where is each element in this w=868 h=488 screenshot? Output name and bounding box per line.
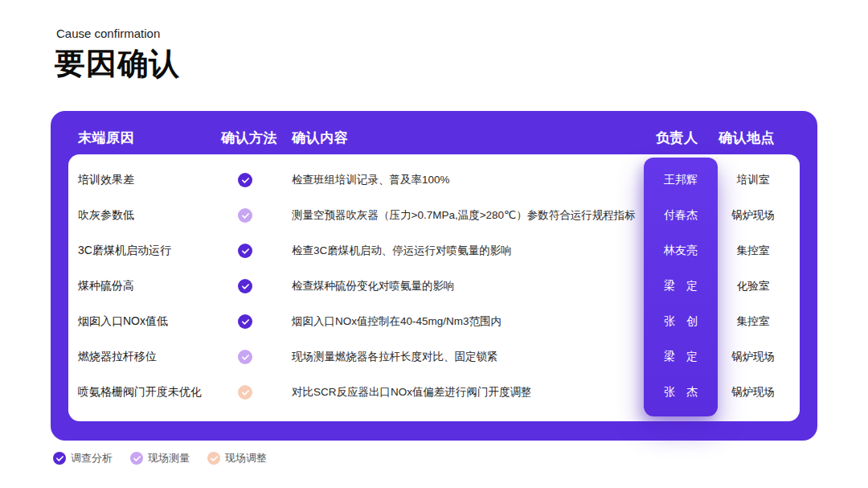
legend-check-icon xyxy=(130,452,143,465)
method-cell xyxy=(217,208,273,223)
method-check-icon xyxy=(238,208,252,223)
legend-label: 调查分析 xyxy=(71,451,113,465)
page-subtitle: Cause confirmation xyxy=(56,27,160,40)
owner-cell: 付春杰 xyxy=(644,198,718,233)
owner-cell: 王邦辉 xyxy=(644,162,718,198)
cause-cell: 煤种硫份高 xyxy=(78,279,217,293)
legend-check-icon xyxy=(207,452,220,465)
slide: Cause confirmation 要因确认 末端原因 确认方法 确认内容 负… xyxy=(0,0,868,488)
owner-cell: 林友亮 xyxy=(644,233,718,269)
header-cause: 末端原因 xyxy=(78,129,134,147)
location-cell: 锅炉现场 xyxy=(714,208,792,223)
method-legend: 调查分析现场测量现场调整 xyxy=(53,451,267,465)
header-location: 确认地点 xyxy=(719,129,775,147)
location-cell: 集控室 xyxy=(714,244,792,258)
location-cell: 锅炉现场 xyxy=(714,385,792,400)
legend-item: 现场测量 xyxy=(130,451,190,465)
method-cell xyxy=(217,173,273,187)
method-cell xyxy=(217,244,273,258)
location-cell: 锅炉现场 xyxy=(714,350,792,364)
location-cell: 培训室 xyxy=(714,173,792,187)
page-title: 要因确认 xyxy=(55,43,180,84)
header-content: 确认内容 xyxy=(292,129,348,147)
method-check-icon xyxy=(238,173,252,187)
legend-item: 现场调整 xyxy=(207,451,267,465)
method-check-icon xyxy=(238,350,252,364)
method-check-icon xyxy=(238,244,252,258)
cause-cell: 吹灰参数低 xyxy=(78,208,217,223)
location-cell: 集控室 xyxy=(714,314,792,329)
owner-cell: 梁 定 xyxy=(644,269,718,304)
method-check-icon xyxy=(238,314,252,329)
legend-label: 现场调整 xyxy=(225,451,267,465)
confirmation-table-panel: 末端原因 确认方法 确认内容 负责人 确认地点 培训效果差检查班组培训记录、普及… xyxy=(51,111,817,441)
method-check-icon xyxy=(238,279,252,293)
legend-check-icon xyxy=(53,452,66,465)
legend-item: 调查分析 xyxy=(53,451,113,465)
owner-column-card: 王邦辉付春杰林友亮梁 定张 创梁 定张 杰 xyxy=(644,158,718,416)
owner-cell: 梁 定 xyxy=(644,339,718,375)
header-method: 确认方法 xyxy=(221,129,277,147)
header-owner: 负责人 xyxy=(656,129,698,147)
method-cell xyxy=(217,279,273,293)
method-check-icon xyxy=(238,385,252,400)
cause-cell: 烟囱入口NOx值低 xyxy=(78,314,217,329)
method-cell xyxy=(217,385,273,400)
cause-cell: 3C磨煤机启动运行 xyxy=(78,244,217,258)
legend-label: 现场测量 xyxy=(148,451,190,465)
owner-cell: 张 创 xyxy=(644,304,718,339)
method-cell xyxy=(217,314,273,329)
method-cell xyxy=(217,350,273,364)
cause-cell: 培训效果差 xyxy=(78,173,217,187)
cause-cell: 燃烧器拉杆移位 xyxy=(78,350,217,364)
location-cell: 化验室 xyxy=(714,279,792,293)
owner-cell: 张 杰 xyxy=(644,375,718,410)
cause-cell: 喷氨格栅阀门开度未优化 xyxy=(78,385,217,400)
